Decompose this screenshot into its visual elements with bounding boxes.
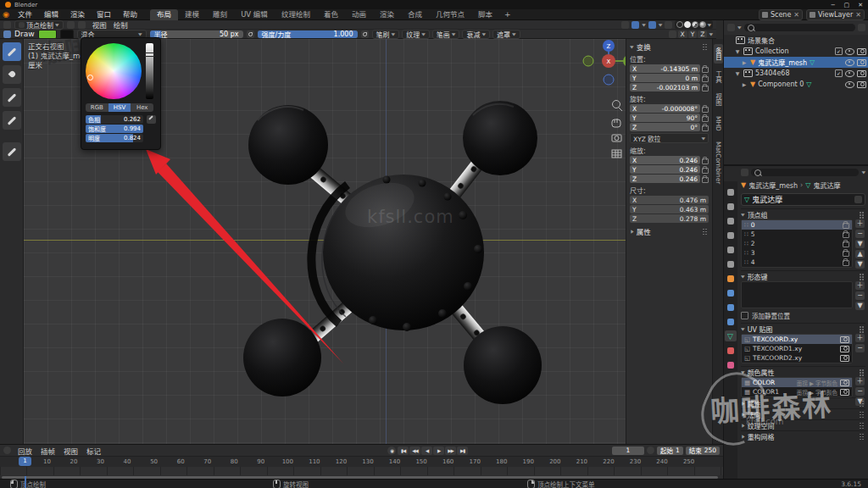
properties-tab-data[interactable]: ▽: [725, 330, 737, 341]
active-render-icon[interactable]: [840, 355, 849, 362]
transform-value-field[interactable]: X-0.000008°: [630, 104, 700, 113]
move-down-button[interactable]: ▼: [855, 260, 865, 269]
panel-drag-dots-icon[interactable]: [860, 401, 865, 407]
app-menu-icon[interactable]: ◉: [0, 10, 12, 19]
proportional-edit-icon[interactable]: [648, 21, 656, 29]
expand-arrow-icon[interactable]: ▼: [734, 70, 741, 76]
lock-icon[interactable]: [843, 223, 849, 229]
play-button[interactable]: ▶: [433, 446, 444, 455]
solid-shading-button[interactable]: [684, 21, 691, 28]
wireframe-shading-button[interactable]: [676, 21, 683, 28]
add-button[interactable]: ＋: [855, 334, 865, 342]
picker-field-1[interactable]: 饱和度0.994: [86, 125, 143, 133]
outliner-filter-icon[interactable]: [858, 24, 865, 31]
eyedropper-icon[interactable]: [147, 115, 156, 124]
auto-keyframe-button[interactable]: ◉: [387, 446, 396, 455]
maximize-button[interactable]: ▢: [844, 2, 850, 8]
lock-icon[interactable]: [843, 251, 849, 257]
add-button[interactable]: ＋: [855, 377, 865, 385]
lock-icon[interactable]: [702, 116, 709, 122]
popover-1[interactable]: 纹理▼: [402, 30, 430, 39]
workspace-tab-脚本[interactable]: 脚本: [471, 9, 499, 20]
remove-button[interactable]: −: [855, 344, 865, 352]
workspace-tab-动画[interactable]: 动画: [345, 9, 373, 20]
transform-value-field[interactable]: X-0.14305 m: [630, 64, 700, 73]
scene-unlink-icon[interactable]: ✕: [793, 11, 799, 19]
play-reverse-button[interactable]: ◀: [421, 446, 432, 455]
render-visibility-icon[interactable]: [857, 59, 866, 66]
show-gizmo-icon[interactable]: [665, 21, 672, 29]
n-panel-tab-视图[interactable]: 视图: [714, 90, 723, 109]
radius-slider[interactable]: 半径 50 px: [150, 30, 243, 38]
vertex-group-row[interactable]: ∷5: [742, 230, 852, 239]
workspace-tab-建模[interactable]: 建模: [178, 9, 206, 20]
lock-icon[interactable]: [702, 125, 709, 131]
timeline-menu-2[interactable]: 视图: [60, 446, 81, 456]
properties-tab-world[interactable]: [725, 258, 737, 269]
transform-value-field[interactable]: Z-0.002103 m: [630, 83, 700, 92]
transform-value-field[interactable]: Z0.246: [630, 175, 700, 183]
lock-icon[interactable]: [702, 76, 709, 82]
expand-arrow-icon[interactable]: ▼: [734, 48, 741, 54]
tool-blur[interactable]: [3, 65, 21, 84]
transform-value-field[interactable]: Z0.278 m: [630, 214, 709, 223]
menu-1[interactable]: 编辑: [38, 9, 64, 19]
secondary-color-swatch[interactable]: [60, 30, 74, 39]
primary-color-swatch[interactable]: [38, 30, 57, 39]
strength-pressure-icon[interactable]: [361, 30, 369, 38]
hide-eye-icon[interactable]: [845, 48, 854, 55]
outliner-search-input[interactable]: [744, 24, 855, 31]
minimize-button[interactable]: −: [831, 2, 836, 8]
properties-tab-modifiers[interactable]: [725, 287, 737, 298]
active-render-icon[interactable]: [840, 336, 849, 343]
panel-drag-dots-icon[interactable]: [860, 412, 865, 418]
prev-keyframe-button[interactable]: ◀◀: [409, 446, 420, 455]
vertex-groups-header[interactable]: ▼ 顶点组: [741, 210, 865, 219]
timeline-tracks[interactable]: [0, 467, 723, 475]
lock-icon[interactable]: [702, 86, 709, 92]
properties-tab-scene[interactable]: [725, 244, 737, 255]
panel-drag-dots-icon[interactable]: [703, 229, 709, 235]
lock-icon[interactable]: [843, 260, 849, 266]
viewlayer-unlink-icon[interactable]: ✕: [855, 11, 861, 19]
outliner-row-1[interactable]: ▶▼鬼武达摩_mesh▽: [724, 57, 868, 68]
tool-draw[interactable]: [3, 42, 21, 61]
color-wheel-cursor[interactable]: [87, 75, 93, 80]
exclude-checkbox[interactable]: ✓: [835, 69, 843, 77]
snap-magnet-icon[interactable]: [632, 21, 639, 29]
move-up-button[interactable]: ▲: [855, 250, 865, 258]
mirror-x-button[interactable]: X: [678, 30, 687, 38]
lock-icon[interactable]: [702, 168, 709, 174]
tool-average[interactable]: [3, 88, 21, 107]
hsv-color-wheel[interactable]: [86, 43, 142, 99]
timeline-menu-3[interactable]: 标记: [83, 446, 104, 456]
outliner-row-2[interactable]: ▼53404e68✓: [724, 68, 868, 79]
brush-thumbnail[interactable]: [3, 30, 11, 38]
strength-slider[interactable]: 强度/力度 1.000: [258, 30, 358, 38]
rotation-mode-dropdown[interactable]: XYZ 欧拉▼: [630, 133, 709, 143]
hide-eye-icon[interactable]: [845, 70, 854, 77]
properties-tab-render[interactable]: [725, 201, 737, 212]
properties-tab-output[interactable]: [725, 215, 737, 226]
hide-eye-icon[interactable]: [845, 59, 854, 66]
picker-tab-hsv[interactable]: HSV: [108, 103, 131, 112]
panel-drag-dots-icon[interactable]: [703, 44, 709, 50]
hide-eye-icon[interactable]: [845, 81, 854, 88]
rendered-shading-button[interactable]: [699, 21, 706, 28]
shape-keys-header[interactable]: ▼ 形态键: [741, 272, 865, 281]
transform-orientation-icon[interactable]: [621, 21, 629, 29]
value-slider[interactable]: [146, 43, 153, 99]
picker-tab-hex[interactable]: Hex: [131, 103, 153, 112]
shape-keys-list[interactable]: [741, 281, 853, 308]
uv-map-row[interactable]: ◱TEXCOORD1.xy: [742, 344, 852, 353]
popover-3[interactable]: 衰减▼: [462, 30, 490, 39]
workspace-tab-着色[interactable]: 着色: [317, 9, 345, 20]
specials-menu-button[interactable]: ▼: [855, 240, 865, 248]
menu-2[interactable]: 渲染: [64, 9, 91, 19]
specials-menu-button[interactable]: ▼: [855, 302, 865, 310]
properties-search-input[interactable]: [751, 169, 859, 176]
n-panel-tab-工具[interactable]: 工具: [714, 67, 723, 86]
n-panel-tab-MatCombiner[interactable]: MatCombiner: [714, 138, 723, 187]
vertex-mask-toggle[interactable]: [78, 21, 86, 29]
lock-icon[interactable]: [702, 67, 709, 73]
